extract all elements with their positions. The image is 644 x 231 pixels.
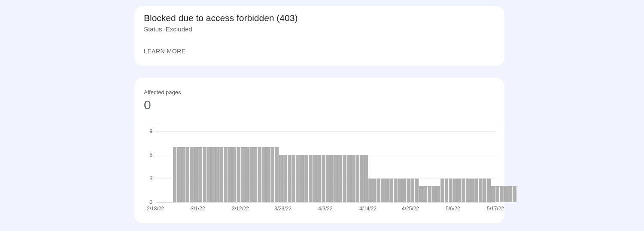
x-tick: 5/6/22: [446, 206, 460, 212]
bar: [428, 186, 431, 202]
bar: [203, 147, 207, 202]
bar: [385, 179, 389, 202]
bar: [288, 155, 292, 202]
bar: [513, 186, 516, 202]
bar: [423, 186, 427, 202]
bar: [270, 147, 274, 202]
bar: [381, 179, 385, 202]
bar: [296, 155, 300, 202]
bar: [181, 147, 185, 202]
bar: [249, 147, 253, 202]
x-tick: 4/14/22: [359, 206, 377, 212]
bar: [343, 155, 346, 202]
bar: [215, 147, 219, 202]
bar: [232, 147, 236, 202]
bar: [194, 147, 198, 202]
x-tick: 4/25/22: [402, 206, 419, 212]
bar: [292, 155, 296, 202]
x-tick: 4/3/22: [318, 206, 332, 212]
y-tick: 0: [144, 199, 152, 205]
metric-value: 0: [144, 98, 151, 112]
status-card: Blocked due to access forbidden (403) St…: [134, 6, 504, 66]
y-tick: 9: [144, 128, 152, 134]
y-tick: 3: [144, 176, 152, 182]
bar: [377, 179, 380, 202]
bar-series: [156, 131, 496, 202]
bar: [402, 179, 406, 202]
bar: [262, 147, 266, 202]
bar: [300, 155, 304, 202]
bar: [457, 179, 461, 202]
bar: [207, 147, 211, 202]
bar: [364, 155, 368, 202]
x-tick: 3/23/22: [274, 206, 292, 212]
x-axis-labels: 2/18/223/1/223/12/223/23/224/3/224/14/22…: [155, 206, 495, 214]
y-tick: 6: [144, 152, 152, 158]
bar: [351, 155, 355, 202]
bar: [190, 147, 194, 202]
bar: [266, 147, 270, 202]
bar: [360, 155, 364, 202]
bar: [237, 147, 240, 202]
bar: [462, 179, 465, 202]
bar: [372, 179, 376, 202]
bar: [445, 179, 449, 202]
metric-label: Affected pages: [144, 89, 181, 95]
bar: [219, 147, 223, 202]
bar: [368, 179, 372, 202]
bar: [304, 155, 308, 202]
bar: [470, 179, 474, 202]
x-tick: 3/1/22: [191, 206, 205, 212]
bar: [407, 179, 410, 202]
bar: [185, 147, 189, 202]
chart-card: Affected pages 0 9 6 3 0 2/18/223/1/223/…: [134, 78, 504, 223]
bar: [440, 179, 444, 202]
status-label: Status: Excluded: [144, 25, 192, 33]
bar: [338, 155, 342, 202]
bar: [283, 155, 287, 202]
bar: [173, 147, 177, 202]
learn-more-button[interactable]: LEARN MORE: [144, 48, 186, 55]
bar: [483, 179, 487, 202]
bar: [410, 179, 414, 202]
bar-chart: 9 6 3 0: [144, 131, 496, 202]
page-title: Blocked due to access forbidden (403): [144, 13, 298, 23]
bar: [279, 155, 283, 202]
bar: [347, 155, 351, 202]
bar: [474, 179, 478, 202]
bar: [211, 147, 215, 202]
x-tick: 3/12/22: [232, 206, 249, 212]
bar: [224, 147, 228, 202]
bar: [432, 186, 436, 202]
bar: [491, 186, 495, 202]
bar: [241, 147, 245, 202]
bar: [508, 186, 512, 202]
bar: [495, 186, 499, 202]
bar: [322, 155, 325, 202]
bar: [177, 147, 181, 202]
bar: [449, 179, 453, 202]
section-divider: [134, 122, 504, 122]
bar: [398, 179, 402, 202]
bar: [479, 179, 483, 202]
bar: [415, 179, 419, 202]
x-tick: 2/18/22: [147, 206, 164, 212]
bar: [419, 186, 423, 202]
bar: [228, 147, 232, 202]
bar: [253, 147, 257, 202]
bar: [500, 186, 504, 202]
bar: [258, 147, 261, 202]
bar: [504, 186, 508, 202]
bar: [394, 179, 398, 202]
x-tick: 5/17/22: [487, 206, 504, 212]
bar: [275, 147, 279, 202]
bar: [313, 155, 317, 202]
bar: [466, 179, 470, 202]
bar: [317, 155, 321, 202]
bar: [198, 147, 202, 202]
bar: [245, 147, 249, 202]
bar: [334, 155, 338, 202]
bar: [487, 179, 491, 202]
bar: [389, 179, 393, 202]
bar: [309, 155, 313, 202]
